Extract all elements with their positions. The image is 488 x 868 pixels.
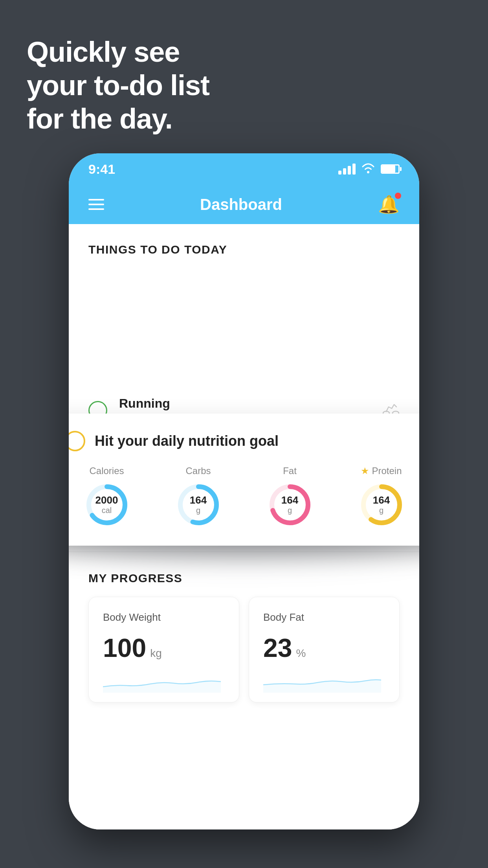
body-weight-card: Body Weight 100 kg — [88, 597, 239, 702]
carbs-donut: 164 g — [175, 481, 222, 528]
bell-icon[interactable]: 🔔 — [378, 194, 400, 215]
hero-text: Quickly see your to-do list for the day. — [27, 35, 209, 136]
notification-dot — [395, 193, 401, 199]
hero-line3: for the day. — [27, 102, 209, 136]
body-weight-chart — [103, 673, 221, 693]
body-fat-unit: % — [296, 647, 306, 660]
star-icon: ★ — [361, 465, 369, 476]
page-background: Quickly see your to-do list for the day.… — [0, 0, 488, 868]
stat-calories: Calories 2000 cal — [83, 465, 130, 528]
protein-unit: g — [373, 506, 390, 515]
fat-unit: g — [281, 506, 298, 515]
carbs-value: 164 — [190, 495, 207, 506]
body-weight-label: Body Weight — [103, 611, 225, 623]
hamburger-menu[interactable] — [88, 199, 104, 210]
body-fat-card: Body Fat 23 % — [249, 597, 400, 702]
body-weight-unit: kg — [150, 647, 162, 660]
status-time: 9:41 — [88, 162, 115, 177]
progress-section: MY PROGRESS Body Weight 100 kg — [69, 552, 419, 714]
carbs-unit: g — [190, 506, 207, 515]
fat-donut: 164 g — [266, 481, 314, 528]
phone-frame: 9:41 — [69, 153, 419, 829]
nav-title: Dashboard — [200, 196, 282, 213]
body-weight-value: 100 — [103, 633, 146, 663]
todo-name-running: Running — [119, 396, 371, 411]
body-fat-value-row: 23 % — [263, 633, 385, 663]
progress-title: MY PROGRESS — [88, 572, 400, 585]
body-fat-value: 23 — [263, 633, 292, 663]
nutrition-card-title: Hit your daily nutrition goal — [95, 433, 279, 449]
wifi-icon — [361, 162, 375, 176]
carbs-label: Carbs — [185, 465, 211, 476]
calories-label: Calories — [89, 465, 124, 476]
calories-unit: cal — [95, 506, 118, 515]
body-fat-label: Body Fat — [263, 611, 385, 623]
body-weight-value-row: 100 kg — [103, 633, 225, 663]
calories-value: 2000 — [95, 495, 118, 506]
protein-label: ★ Protein — [361, 465, 402, 476]
card-header: Hit your daily nutrition goal — [69, 431, 419, 451]
stat-carbs: Carbs 164 g — [175, 465, 222, 528]
protein-value: 164 — [373, 495, 390, 506]
task-circle-nutrition[interactable] — [69, 431, 85, 451]
things-header: THINGS TO DO TODAY — [69, 224, 419, 264]
battery-icon — [381, 164, 400, 174]
body-fat-chart — [263, 673, 381, 693]
stat-fat: Fat 164 g — [266, 465, 314, 528]
progress-cards: Body Weight 100 kg Body Fat — [88, 597, 400, 702]
fat-value: 164 — [281, 495, 298, 506]
todo-section: Hit your daily nutrition goal Calories — [69, 382, 419, 552]
nav-bar: Dashboard 🔔 — [69, 185, 419, 224]
signal-bars-icon — [338, 164, 356, 175]
stat-protein: ★ Protein 164 g — [358, 465, 405, 528]
phone-content: THINGS TO DO TODAY Hit your daily nutrit… — [69, 224, 419, 829]
fat-label: Fat — [283, 465, 297, 476]
hero-line2: your to-do list — [27, 69, 209, 102]
status-icons — [338, 162, 400, 176]
hero-line1: Quickly see — [27, 35, 209, 69]
calories-donut: 2000 cal — [83, 481, 130, 528]
nutrition-stats: Calories 2000 cal — [69, 465, 419, 528]
protein-donut: 164 g — [358, 481, 405, 528]
status-bar: 9:41 — [69, 153, 419, 185]
nutrition-card: Hit your daily nutrition goal Calories — [69, 414, 419, 546]
